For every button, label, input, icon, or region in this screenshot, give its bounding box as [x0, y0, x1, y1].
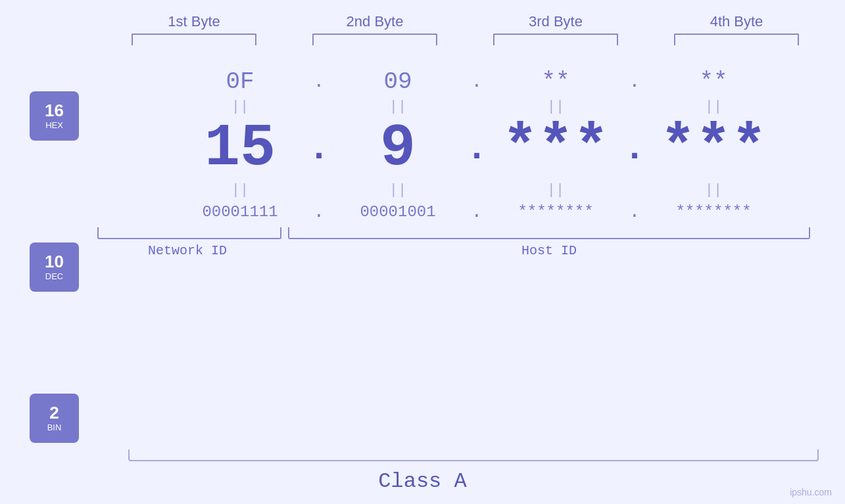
bin-row: 00001111 . 00001001 . ******** . *******…	[178, 202, 845, 222]
hex-badge-base: HEX	[45, 120, 63, 130]
bin-badge-base: BIN	[47, 423, 62, 432]
data-rows: 0F . 09 . ** . ** || || || || 15	[92, 52, 845, 258]
host-bracket	[288, 227, 810, 239]
sep2-bin: .	[460, 202, 493, 222]
badges-column: 16 HEX 10 DEC 2 BIN	[30, 91, 79, 443]
eq1b: ||	[178, 182, 302, 198]
dec-byte4: ***	[651, 115, 776, 182]
host-id-label: Host ID	[283, 243, 815, 258]
dec-byte1: 15	[178, 115, 302, 182]
class-label: Class A	[378, 469, 466, 493]
watermark: ipshu.com	[790, 487, 832, 497]
dec-row: 15 . 9 . *** . ***	[178, 115, 845, 182]
sep3-hex: .	[618, 72, 651, 92]
byte2-header: 2nd Byte	[302, 13, 447, 30]
bin-badge-number: 2	[49, 404, 59, 421]
byte1-header: 1st Byte	[122, 13, 266, 30]
sep2-dec: .	[460, 128, 493, 170]
top-brackets	[104, 34, 827, 45]
hex-byte1: 0F	[178, 68, 302, 95]
eq3b: ||	[493, 182, 618, 198]
eq3: ||	[493, 99, 618, 115]
hex-byte3: **	[493, 68, 618, 95]
bin-byte2: 00001001	[335, 203, 460, 221]
bin-byte4: ********	[651, 203, 776, 221]
bracket-byte2	[312, 34, 437, 45]
eq1: ||	[178, 99, 302, 115]
dec-byte3: ***	[493, 115, 618, 182]
bin-badge: 2 BIN	[30, 394, 79, 443]
bracket-byte4	[674, 34, 799, 45]
eq4b: ||	[651, 182, 776, 198]
hex-row: 0F . 09 . ** . **	[178, 68, 845, 95]
sep2-hex: .	[460, 72, 493, 92]
dec-badge-number: 10	[45, 253, 64, 270]
byte4-header: 4th Byte	[664, 13, 809, 30]
bottom-bracket-row	[92, 227, 815, 239]
network-host-labels: Network ID Host ID	[92, 243, 815, 258]
class-bracket	[128, 449, 819, 461]
equals-row-1: || || || ||	[178, 99, 845, 115]
hex-byte4: **	[651, 68, 776, 95]
sep3-dec: .	[618, 128, 651, 170]
dec-byte2: 9	[335, 115, 460, 182]
eq2: ||	[335, 99, 460, 115]
hex-byte2: 09	[335, 68, 460, 95]
eq4: ||	[651, 99, 776, 115]
eq2b: ||	[335, 182, 460, 198]
hex-badge: 16 HEX	[30, 91, 79, 141]
sep1-dec: .	[302, 128, 335, 170]
bin-byte1: 00001111	[178, 203, 302, 221]
sep1-bin: .	[302, 202, 335, 222]
bracket-byte3	[493, 34, 618, 45]
network-id-label: Network ID	[92, 243, 283, 258]
bracket-byte1	[132, 34, 256, 45]
sep3-bin: .	[618, 202, 651, 222]
byte3-header: 3rd Byte	[483, 13, 628, 30]
equals-row-2: || || || ||	[178, 182, 845, 198]
network-bracket	[97, 227, 281, 239]
dec-badge: 10 DEC	[30, 242, 79, 292]
bin-byte3: ********	[493, 203, 618, 221]
hex-badge-number: 16	[45, 102, 64, 119]
sep1-hex: .	[302, 72, 335, 92]
byte-headers: 1st Byte 2nd Byte 3rd Byte 4th Byte	[104, 13, 827, 30]
main-container: 1st Byte 2nd Byte 3rd Byte 4th Byte 16 H…	[0, 0, 845, 504]
dec-badge-base: DEC	[45, 271, 63, 281]
